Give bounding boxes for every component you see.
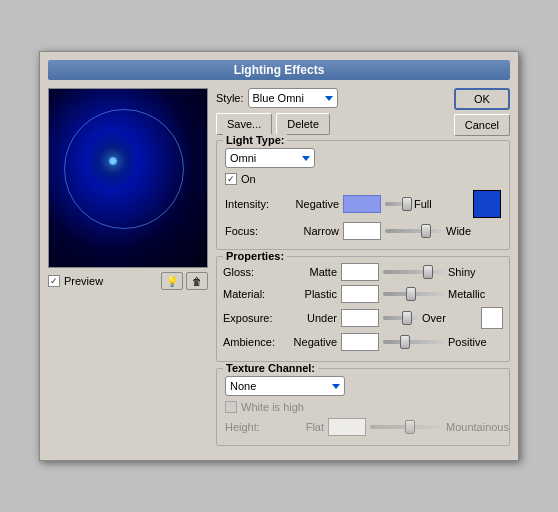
preview-light-button[interactable]: 💡 [161, 272, 183, 290]
exposure-input[interactable]: 46 [341, 309, 379, 327]
ambience-row: Ambience: Negative -37 Positive [223, 333, 503, 351]
right-panel: Style: Blue Omni Save... Delete OK Cance… [216, 88, 510, 452]
delete-button[interactable]: Delete [276, 113, 330, 135]
light-type-arrow [302, 156, 310, 161]
material-right: Metallic [448, 288, 503, 300]
gloss-right: Shiny [448, 266, 503, 278]
height-mountainous: Mountainous [446, 421, 501, 433]
preview-label: Preview [64, 275, 103, 287]
preview-trash-button[interactable]: 🗑 [186, 272, 208, 290]
exposure-row: Exposure: Under 46 Over [223, 307, 503, 329]
style-dropdown[interactable]: Blue Omni [248, 88, 338, 108]
light-type-section: Light Type: Omni On Intensity: Negative [216, 140, 510, 250]
light-circle [64, 109, 184, 229]
style-row: Style: Blue Omni [216, 88, 442, 108]
on-row: On [225, 173, 501, 185]
height-flat: Flat [269, 421, 324, 433]
ambience-right: Positive [448, 336, 503, 348]
left-panel: Preview 💡 🗑 [48, 88, 208, 452]
material-input[interactable]: 35 [341, 285, 379, 303]
ambience-slider[interactable] [383, 340, 444, 344]
texture-dropdown[interactable]: None [225, 376, 345, 396]
focus-label: Focus: [225, 225, 280, 237]
material-label: Material: [223, 288, 278, 300]
preview-controls: Preview 💡 🗑 [48, 272, 208, 290]
exposure-slider[interactable] [383, 316, 418, 320]
intensity-right: Full [414, 198, 469, 210]
height-label: Height: [225, 421, 265, 433]
material-slider[interactable] [383, 292, 444, 296]
gloss-left: Matte [282, 266, 337, 278]
cancel-button[interactable]: Cancel [454, 114, 510, 136]
texture-value: None [230, 380, 256, 392]
save-button[interactable]: Save... [216, 113, 272, 135]
focus-row: Focus: Narrow 69 Wide [225, 222, 501, 240]
intensity-label: Intensity: [225, 198, 280, 210]
light-type-row: Omni [225, 148, 501, 168]
white-is-high-checkbox[interactable] [225, 401, 237, 413]
lighting-effects-dialog: Lighting Effects Preview 💡 🗑 [39, 51, 519, 461]
exposure-label: Exposure: [223, 312, 278, 324]
exposure-left: Under [282, 312, 337, 324]
ambience-input[interactable]: -37 [341, 333, 379, 351]
light-type-dropdown[interactable]: Omni [225, 148, 315, 168]
white-is-high-label: White is high [241, 401, 304, 413]
style-label: Style: [216, 92, 244, 104]
light-color-swatch[interactable] [473, 190, 501, 218]
ambience-left: Negative [282, 336, 337, 348]
ambience-label: Ambience: [223, 336, 278, 348]
texture-arrow [332, 384, 340, 389]
focus-right: Wide [446, 225, 501, 237]
on-checkbox[interactable] [225, 173, 237, 185]
light-type-section-label: Light Type: [223, 134, 287, 146]
focus-slider[interactable] [385, 229, 442, 233]
preview-canvas[interactable] [48, 88, 208, 268]
ok-cancel-buttons: OK Cancel [454, 88, 510, 136]
material-left: Plastic [282, 288, 337, 300]
intensity-left: Negative [284, 198, 339, 210]
gloss-row: Gloss: Matte 71 Shiny [223, 263, 503, 281]
white-is-high-row: White is high [225, 401, 501, 413]
exposure-right: Over [422, 312, 477, 324]
intensity-row: Intensity: Negative 85 Full [225, 190, 501, 218]
properties-label: Properties: [223, 250, 287, 262]
light-center [109, 157, 117, 165]
preview-checkbox[interactable] [48, 275, 60, 287]
exposure-color-swatch[interactable] [481, 307, 503, 329]
height-input[interactable]: 100 [328, 418, 366, 436]
gloss-slider[interactable] [383, 270, 444, 274]
gloss-input[interactable]: 71 [341, 263, 379, 281]
gloss-label: Gloss: [223, 266, 278, 278]
dialog-title: Lighting Effects [48, 60, 510, 80]
height-row: Height: Flat 100 Mountainous [225, 418, 501, 436]
material-row: Material: Plastic 35 Metallic [223, 285, 503, 303]
focus-input[interactable]: 69 [343, 222, 381, 240]
texture-section-label: Texture Channel: [223, 362, 318, 374]
save-delete-row: Save... Delete [216, 113, 442, 135]
light-type-value: Omni [230, 152, 256, 164]
style-value: Blue Omni [253, 92, 304, 104]
style-dropdown-arrow [325, 96, 333, 101]
texture-channel-row: None [225, 376, 501, 396]
height-slider[interactable] [370, 425, 442, 429]
properties-section: Properties: Gloss: Matte 71 Shiny Materi… [216, 256, 510, 362]
intensity-slider[interactable] [385, 202, 410, 206]
intensity-input[interactable]: 85 [343, 195, 381, 213]
ok-button[interactable]: OK [454, 88, 510, 110]
focus-left: Narrow [284, 225, 339, 237]
on-label: On [241, 173, 256, 185]
texture-section: Texture Channel: None White is high Heig… [216, 368, 510, 446]
